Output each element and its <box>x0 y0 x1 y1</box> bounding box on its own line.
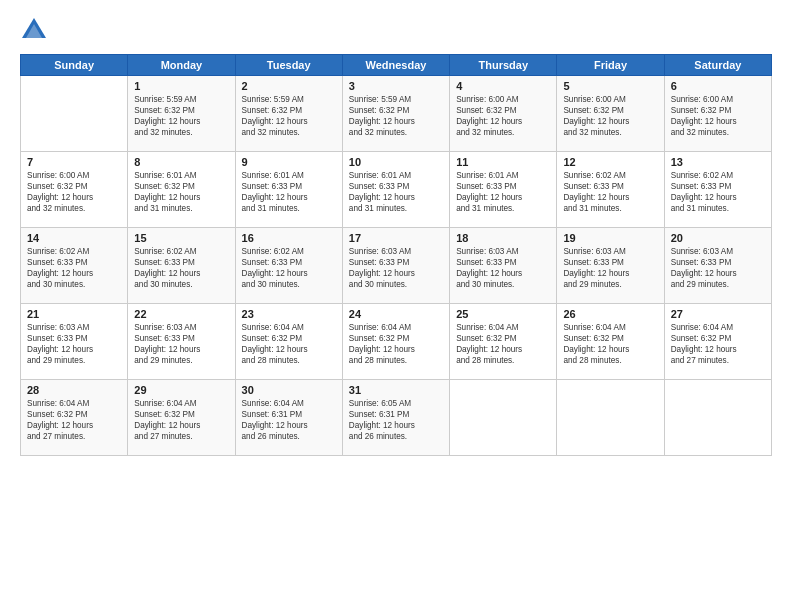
day-cell: 5Sunrise: 6:00 AM Sunset: 6:32 PM Daylig… <box>557 76 664 152</box>
week-row-2: 7Sunrise: 6:00 AM Sunset: 6:32 PM Daylig… <box>21 152 772 228</box>
day-info: Sunrise: 6:04 AM Sunset: 6:32 PM Dayligh… <box>242 322 336 366</box>
day-number: 12 <box>563 156 657 168</box>
day-info: Sunrise: 6:03 AM Sunset: 6:33 PM Dayligh… <box>134 322 228 366</box>
day-cell: 21Sunrise: 6:03 AM Sunset: 6:33 PM Dayli… <box>21 304 128 380</box>
day-cell: 18Sunrise: 6:03 AM Sunset: 6:33 PM Dayli… <box>450 228 557 304</box>
day-number: 20 <box>671 232 765 244</box>
day-number: 28 <box>27 384 121 396</box>
day-info: Sunrise: 6:04 AM Sunset: 6:32 PM Dayligh… <box>671 322 765 366</box>
day-number: 14 <box>27 232 121 244</box>
day-cell: 12Sunrise: 6:02 AM Sunset: 6:33 PM Dayli… <box>557 152 664 228</box>
day-cell: 29Sunrise: 6:04 AM Sunset: 6:32 PM Dayli… <box>128 380 235 456</box>
day-info: Sunrise: 6:01 AM Sunset: 6:33 PM Dayligh… <box>349 170 443 214</box>
day-info: Sunrise: 6:00 AM Sunset: 6:32 PM Dayligh… <box>671 94 765 138</box>
day-cell: 30Sunrise: 6:04 AM Sunset: 6:31 PM Dayli… <box>235 380 342 456</box>
day-cell: 25Sunrise: 6:04 AM Sunset: 6:32 PM Dayli… <box>450 304 557 380</box>
week-row-5: 28Sunrise: 6:04 AM Sunset: 6:32 PM Dayli… <box>21 380 772 456</box>
day-cell: 24Sunrise: 6:04 AM Sunset: 6:32 PM Dayli… <box>342 304 449 380</box>
day-info: Sunrise: 6:03 AM Sunset: 6:33 PM Dayligh… <box>27 322 121 366</box>
day-number: 6 <box>671 80 765 92</box>
header-cell-saturday: Saturday <box>664 55 771 76</box>
day-cell: 9Sunrise: 6:01 AM Sunset: 6:33 PM Daylig… <box>235 152 342 228</box>
day-info: Sunrise: 6:04 AM Sunset: 6:32 PM Dayligh… <box>134 398 228 442</box>
day-cell: 11Sunrise: 6:01 AM Sunset: 6:33 PM Dayli… <box>450 152 557 228</box>
day-number: 19 <box>563 232 657 244</box>
day-info: Sunrise: 6:04 AM Sunset: 6:31 PM Dayligh… <box>242 398 336 442</box>
day-number: 8 <box>134 156 228 168</box>
day-info: Sunrise: 6:03 AM Sunset: 6:33 PM Dayligh… <box>563 246 657 290</box>
day-cell: 7Sunrise: 6:00 AM Sunset: 6:32 PM Daylig… <box>21 152 128 228</box>
week-row-3: 14Sunrise: 6:02 AM Sunset: 6:33 PM Dayli… <box>21 228 772 304</box>
day-info: Sunrise: 6:00 AM Sunset: 6:32 PM Dayligh… <box>27 170 121 214</box>
day-cell: 3Sunrise: 5:59 AM Sunset: 6:32 PM Daylig… <box>342 76 449 152</box>
day-info: Sunrise: 6:00 AM Sunset: 6:32 PM Dayligh… <box>456 94 550 138</box>
header-cell-friday: Friday <box>557 55 664 76</box>
calendar-body: 1Sunrise: 5:59 AM Sunset: 6:32 PM Daylig… <box>21 76 772 456</box>
header-row: SundayMondayTuesdayWednesdayThursdayFrid… <box>21 55 772 76</box>
day-number: 24 <box>349 308 443 320</box>
week-row-1: 1Sunrise: 5:59 AM Sunset: 6:32 PM Daylig… <box>21 76 772 152</box>
day-number: 22 <box>134 308 228 320</box>
calendar-header: SundayMondayTuesdayWednesdayThursdayFrid… <box>21 55 772 76</box>
day-info: Sunrise: 6:04 AM Sunset: 6:32 PM Dayligh… <box>349 322 443 366</box>
day-info: Sunrise: 6:03 AM Sunset: 6:33 PM Dayligh… <box>349 246 443 290</box>
day-cell: 26Sunrise: 6:04 AM Sunset: 6:32 PM Dayli… <box>557 304 664 380</box>
day-cell: 22Sunrise: 6:03 AM Sunset: 6:33 PM Dayli… <box>128 304 235 380</box>
day-info: Sunrise: 5:59 AM Sunset: 6:32 PM Dayligh… <box>349 94 443 138</box>
day-cell: 28Sunrise: 6:04 AM Sunset: 6:32 PM Dayli… <box>21 380 128 456</box>
logo-icon <box>20 16 48 44</box>
day-cell: 15Sunrise: 6:02 AM Sunset: 6:33 PM Dayli… <box>128 228 235 304</box>
day-info: Sunrise: 6:02 AM Sunset: 6:33 PM Dayligh… <box>134 246 228 290</box>
day-info: Sunrise: 6:04 AM Sunset: 6:32 PM Dayligh… <box>456 322 550 366</box>
day-number: 4 <box>456 80 550 92</box>
day-cell: 16Sunrise: 6:02 AM Sunset: 6:33 PM Dayli… <box>235 228 342 304</box>
calendar-table: SundayMondayTuesdayWednesdayThursdayFrid… <box>20 54 772 456</box>
day-cell <box>21 76 128 152</box>
day-info: Sunrise: 6:03 AM Sunset: 6:33 PM Dayligh… <box>456 246 550 290</box>
day-info: Sunrise: 6:04 AM Sunset: 6:32 PM Dayligh… <box>563 322 657 366</box>
day-cell <box>557 380 664 456</box>
day-cell: 17Sunrise: 6:03 AM Sunset: 6:33 PM Dayli… <box>342 228 449 304</box>
day-number: 26 <box>563 308 657 320</box>
day-number: 18 <box>456 232 550 244</box>
day-number: 30 <box>242 384 336 396</box>
day-number: 7 <box>27 156 121 168</box>
day-cell <box>664 380 771 456</box>
day-cell: 8Sunrise: 6:01 AM Sunset: 6:32 PM Daylig… <box>128 152 235 228</box>
header <box>20 16 772 44</box>
day-info: Sunrise: 6:00 AM Sunset: 6:32 PM Dayligh… <box>563 94 657 138</box>
day-info: Sunrise: 6:03 AM Sunset: 6:33 PM Dayligh… <box>671 246 765 290</box>
page: SundayMondayTuesdayWednesdayThursdayFrid… <box>0 0 792 612</box>
day-number: 25 <box>456 308 550 320</box>
day-info: Sunrise: 6:02 AM Sunset: 6:33 PM Dayligh… <box>563 170 657 214</box>
day-cell: 6Sunrise: 6:00 AM Sunset: 6:32 PM Daylig… <box>664 76 771 152</box>
day-cell: 20Sunrise: 6:03 AM Sunset: 6:33 PM Dayli… <box>664 228 771 304</box>
day-cell: 13Sunrise: 6:02 AM Sunset: 6:33 PM Dayli… <box>664 152 771 228</box>
day-number: 29 <box>134 384 228 396</box>
day-cell: 2Sunrise: 5:59 AM Sunset: 6:32 PM Daylig… <box>235 76 342 152</box>
day-cell <box>450 380 557 456</box>
day-number: 17 <box>349 232 443 244</box>
header-cell-monday: Monday <box>128 55 235 76</box>
day-info: Sunrise: 6:01 AM Sunset: 6:33 PM Dayligh… <box>242 170 336 214</box>
day-cell: 1Sunrise: 5:59 AM Sunset: 6:32 PM Daylig… <box>128 76 235 152</box>
day-number: 21 <box>27 308 121 320</box>
day-number: 27 <box>671 308 765 320</box>
day-number: 15 <box>134 232 228 244</box>
day-number: 31 <box>349 384 443 396</box>
header-cell-wednesday: Wednesday <box>342 55 449 76</box>
day-cell: 31Sunrise: 6:05 AM Sunset: 6:31 PM Dayli… <box>342 380 449 456</box>
week-row-4: 21Sunrise: 6:03 AM Sunset: 6:33 PM Dayli… <box>21 304 772 380</box>
day-number: 1 <box>134 80 228 92</box>
day-info: Sunrise: 5:59 AM Sunset: 6:32 PM Dayligh… <box>242 94 336 138</box>
day-cell: 10Sunrise: 6:01 AM Sunset: 6:33 PM Dayli… <box>342 152 449 228</box>
day-info: Sunrise: 6:04 AM Sunset: 6:32 PM Dayligh… <box>27 398 121 442</box>
day-info: Sunrise: 6:01 AM Sunset: 6:33 PM Dayligh… <box>456 170 550 214</box>
day-number: 10 <box>349 156 443 168</box>
day-cell: 23Sunrise: 6:04 AM Sunset: 6:32 PM Dayli… <box>235 304 342 380</box>
day-number: 23 <box>242 308 336 320</box>
day-number: 5 <box>563 80 657 92</box>
day-info: Sunrise: 6:02 AM Sunset: 6:33 PM Dayligh… <box>242 246 336 290</box>
day-number: 11 <box>456 156 550 168</box>
day-cell: 14Sunrise: 6:02 AM Sunset: 6:33 PM Dayli… <box>21 228 128 304</box>
